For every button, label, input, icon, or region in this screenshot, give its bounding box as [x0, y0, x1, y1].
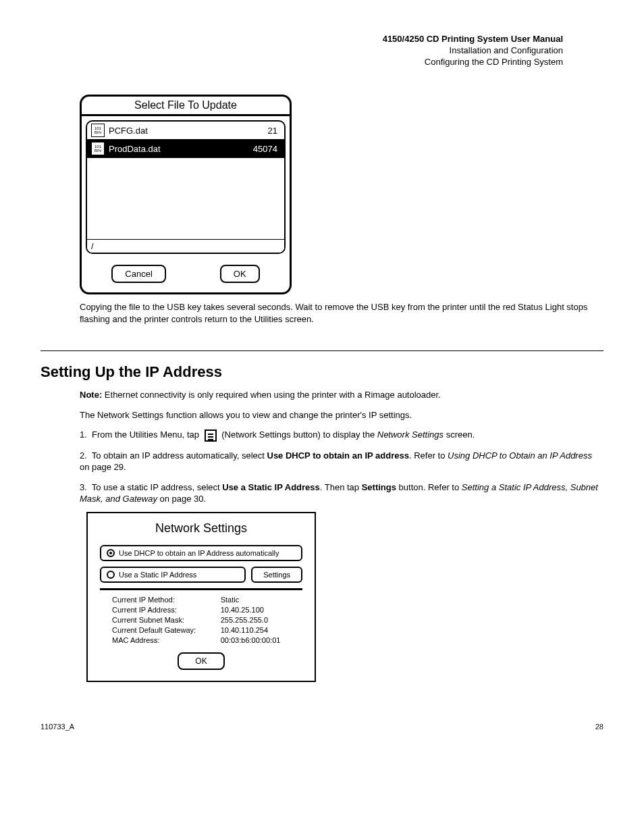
- cancel-button[interactable]: Cancel: [111, 265, 165, 283]
- file-name: PCFG.dat: [109, 126, 268, 136]
- page-footer: 110733_A 28: [41, 723, 603, 731]
- static-radio-option[interactable]: Use a Static IP Address: [100, 567, 246, 583]
- file-list: 101BIN PCFG.dat 21 101BIN ProdData.dat 4…: [86, 120, 286, 254]
- step-2: 2. To obtain an IP address automatically…: [80, 450, 603, 473]
- copy-note: Copying the file to the USB key takes se…: [80, 301, 603, 325]
- file-size: 21: [268, 126, 280, 136]
- step-3: 3. To use a static IP address, select Us…: [80, 481, 603, 505]
- net-label: Current IP Method:: [112, 596, 214, 604]
- settings-button[interactable]: Settings: [251, 567, 302, 583]
- ethernet-note: Note: Ethernet connectivity is only requ…: [80, 389, 603, 401]
- page-header: 4150/4250 CD Printing System User Manual…: [383, 34, 563, 68]
- file-name: ProdData.dat: [109, 144, 253, 154]
- page-number: 28: [595, 723, 603, 731]
- ref-dhcp: Using DHCP to Obtain an IP Address: [448, 450, 592, 461]
- radio-selected-icon: [107, 549, 115, 557]
- bin-file-icon: 101BIN: [91, 124, 105, 137]
- net-value: Static: [221, 596, 298, 604]
- note-label: Note:: [80, 390, 102, 400]
- network-info-grid: Current IP Method: Static Current IP Add…: [112, 596, 298, 644]
- net-ok-button[interactable]: OK: [178, 652, 224, 670]
- net-label: Current IP Address:: [112, 606, 214, 614]
- ref-static: Setting a Static IP Address, Subnet Mask…: [80, 482, 598, 504]
- net-value: 00:03:b6:00:00:01: [221, 636, 298, 644]
- net-value: 255.255.255.0: [221, 616, 298, 624]
- header-section: Installation and Configuration: [383, 45, 563, 55]
- note-text: Ethernet connectivity is only required w…: [105, 390, 441, 400]
- net-dialog-title: Network Settings: [100, 521, 302, 536]
- static-label: Use a Static IP Address: [119, 571, 196, 579]
- section-divider: [41, 350, 603, 351]
- file-size: 45074: [253, 144, 280, 154]
- header-subsection: Configuring the CD Printing System: [383, 57, 563, 67]
- net-label: Current Subnet Mask:: [112, 616, 214, 624]
- net-value: 10.40.110.254: [221, 626, 298, 634]
- dhcp-label: Use DHCP to obtain an IP Address automat…: [119, 549, 279, 557]
- net-label: Current Default Gateway:: [112, 626, 214, 634]
- network-settings-icon: [205, 429, 217, 442]
- doc-number: 110733_A: [41, 723, 74, 731]
- file-row[interactable]: 101BIN PCFG.dat 21: [87, 122, 284, 140]
- network-settings-dialog: Network Settings Use DHCP to obtain an I…: [86, 512, 316, 682]
- bin-file-icon: 101BIN: [91, 142, 105, 155]
- section-heading: Setting Up the IP Address: [41, 363, 603, 381]
- manual-title: 4150/4250 CD Printing System User Manual: [383, 34, 563, 44]
- network-settings-desc: The Network Settings function allows you…: [80, 409, 603, 421]
- file-row[interactable]: 101BIN ProdData.dat 45074: [87, 140, 284, 158]
- select-file-dialog: Select File To Update 101BIN PCFG.dat 21…: [80, 95, 292, 294]
- net-divider: [100, 588, 302, 590]
- net-label: MAC Address:: [112, 636, 214, 644]
- radio-unselected-icon: [107, 571, 115, 579]
- file-list-empty-area: [87, 158, 284, 239]
- dialog-title: Select File To Update: [82, 97, 290, 116]
- path-display: /: [87, 239, 284, 253]
- dhcp-radio-option[interactable]: Use DHCP to obtain an IP Address automat…: [100, 545, 302, 561]
- ok-button[interactable]: OK: [220, 265, 260, 283]
- net-value: 10.40.25.100: [221, 606, 298, 614]
- step-1: 1. From the Utilities Menu, tap (Network…: [80, 429, 603, 442]
